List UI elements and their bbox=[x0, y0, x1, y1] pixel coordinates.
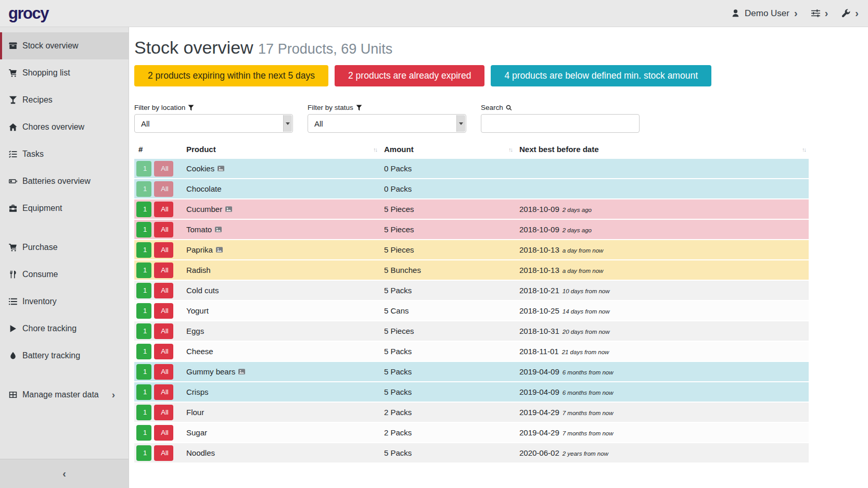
search-input[interactable] bbox=[481, 114, 640, 133]
sort-icon[interactable]: ↑↓ bbox=[373, 146, 377, 153]
table-icon bbox=[8, 391, 18, 399]
column-header-product[interactable]: Product ↑↓ bbox=[182, 141, 380, 159]
consume-all-button[interactable]: All bbox=[154, 405, 173, 420]
consume-one-button[interactable]: 1 bbox=[136, 202, 151, 217]
consume-all-button[interactable]: All bbox=[154, 202, 173, 217]
sidebar-item-chore-tracking[interactable]: Chore tracking bbox=[0, 315, 129, 342]
sort-icon[interactable]: ↑↓ bbox=[802, 146, 806, 153]
app-logo[interactable]: grocy bbox=[8, 4, 48, 23]
consume-one-button[interactable]: 1 bbox=[136, 303, 151, 319]
consume-one-button[interactable]: 1 bbox=[136, 222, 151, 237]
column-header-best-before-text: Next best before date bbox=[519, 145, 599, 154]
relative-time: 6 months from now bbox=[563, 390, 614, 396]
column-header-amount[interactable]: Amount ↑↓ bbox=[380, 141, 515, 159]
sidebar-item-label: Shopping list bbox=[22, 68, 70, 78]
stock-alert-button-2[interactable]: 4 products are below defined min. stock … bbox=[491, 65, 711, 86]
relative-time: 10 days from now bbox=[563, 288, 610, 294]
sidebar-item-stock-overview[interactable]: Stock overview bbox=[0, 32, 129, 59]
consume-all-button[interactable]: All bbox=[154, 181, 173, 197]
sidebar-item-label: Battery tracking bbox=[22, 351, 80, 360]
best-before-cell: 2018-10-2110 days from now bbox=[515, 281, 809, 301]
consume-all-button[interactable]: All bbox=[154, 283, 173, 298]
consume-one-button[interactable]: 1 bbox=[136, 384, 151, 400]
dropdown-arrow-icon bbox=[456, 115, 465, 132]
sidebar-item-manage-master-data[interactable]: Manage master data › bbox=[0, 381, 129, 408]
wrench-icon bbox=[841, 9, 850, 18]
sidebar-item-label: Inventory bbox=[22, 297, 57, 306]
consume-all-button[interactable]: All bbox=[154, 445, 173, 461]
product-name: Radish bbox=[186, 266, 211, 274]
column-header-best-before[interactable]: Next best before date ↑↓ bbox=[515, 141, 809, 159]
consume-all-button[interactable]: All bbox=[154, 242, 173, 258]
consume-one-button[interactable]: 1 bbox=[136, 161, 151, 177]
consume-all-button[interactable]: All bbox=[154, 323, 173, 339]
sidebar-item-purchase[interactable]: Purchase bbox=[0, 234, 129, 261]
product-cell: Crisps bbox=[182, 382, 380, 403]
display-settings-menu[interactable]: › bbox=[811, 9, 828, 18]
status-filter-label: Filter by status bbox=[308, 104, 466, 111]
consume-all-button[interactable]: All bbox=[154, 161, 173, 177]
consume-one-button[interactable]: 1 bbox=[136, 181, 151, 197]
sort-icon[interactable]: ↑↓ bbox=[508, 146, 512, 153]
sidebar-item-battery-tracking[interactable]: Battery tracking bbox=[0, 342, 129, 369]
amount-cell: 5 Packs bbox=[380, 281, 515, 301]
consume-cell: 1 All bbox=[134, 240, 182, 260]
product-cell: Eggs bbox=[182, 321, 380, 342]
consume-all-button[interactable]: All bbox=[154, 425, 173, 441]
consume-all-button[interactable]: All bbox=[154, 344, 173, 359]
user-menu[interactable]: Demo User › bbox=[731, 8, 798, 19]
consume-one-button[interactable]: 1 bbox=[136, 405, 151, 420]
sidebar-item-tasks[interactable]: Tasks bbox=[0, 141, 129, 168]
amount-cell: 5 Cans bbox=[380, 301, 515, 321]
sidebar-collapse-button[interactable]: ‹ bbox=[0, 459, 129, 488]
consume-one-button[interactable]: 1 bbox=[136, 425, 151, 441]
table-row: 1 All Chocolate 0 Packs bbox=[134, 179, 809, 199]
battery-icon bbox=[8, 177, 18, 185]
admin-menu[interactable]: › bbox=[841, 9, 859, 18]
sidebar-item-consume[interactable]: Consume bbox=[0, 261, 129, 288]
product-cell: Flour bbox=[182, 403, 380, 423]
consume-one-button[interactable]: 1 bbox=[136, 323, 151, 339]
sidebar-item-label: Batteries overview bbox=[22, 177, 91, 186]
amount-cell: 5 Pieces bbox=[380, 220, 515, 240]
sidebar-item-recipes[interactable]: Recipes bbox=[0, 86, 129, 114]
image-icon bbox=[225, 206, 232, 212]
consume-all-button[interactable]: All bbox=[154, 364, 173, 380]
sidebar-item-equipment[interactable]: Equipment bbox=[0, 195, 129, 222]
best-before-cell: 2018-10-13a day from now bbox=[515, 260, 809, 281]
consume-one-button[interactable]: 1 bbox=[136, 445, 151, 461]
consume-all-button[interactable]: All bbox=[154, 222, 173, 237]
cart-icon bbox=[8, 243, 18, 252]
sidebar-item-label: Recipes bbox=[22, 95, 53, 105]
consume-all-button[interactable]: All bbox=[154, 262, 173, 278]
consume-one-button[interactable]: 1 bbox=[136, 262, 151, 278]
consume-one-button[interactable]: 1 bbox=[136, 283, 151, 298]
consume-cell: 1 All bbox=[134, 260, 182, 281]
sidebar-item-chores-overview[interactable]: Chores overview bbox=[0, 114, 129, 141]
home-icon bbox=[8, 123, 18, 131]
sidebar-item-inventory[interactable]: Inventory bbox=[0, 288, 129, 315]
best-before-date: 2018-10-21 bbox=[519, 286, 559, 295]
filter-icon bbox=[188, 105, 194, 111]
filter-icon bbox=[356, 105, 362, 111]
amount-cell: 5 Bunches bbox=[380, 260, 515, 281]
sidebar-item-batteries-overview[interactable]: Batteries overview bbox=[0, 168, 129, 195]
amount-cell: 5 Packs bbox=[380, 382, 515, 403]
location-filter-select[interactable]: All bbox=[134, 114, 293, 133]
sidebar-item-shopping-list[interactable]: Shopping list bbox=[0, 59, 129, 86]
stock-alert-button-0[interactable]: 2 products expiring within the next 5 da… bbox=[134, 65, 328, 86]
product-cell: Noodles bbox=[182, 443, 380, 464]
consume-all-button[interactable]: All bbox=[154, 303, 173, 319]
best-before-date: 2018-10-09 bbox=[519, 225, 559, 234]
product-cell: Paprika bbox=[182, 240, 380, 260]
consume-one-button[interactable]: 1 bbox=[136, 344, 151, 359]
relative-time: 20 days from now bbox=[563, 329, 610, 335]
consume-one-button[interactable]: 1 bbox=[136, 242, 151, 258]
consume-one-button[interactable]: 1 bbox=[136, 364, 151, 380]
relative-time: 2 days ago bbox=[563, 227, 592, 233]
consume-all-button[interactable]: All bbox=[154, 384, 173, 400]
tasks-icon bbox=[8, 150, 18, 158]
best-before-date: 2018-11-01 bbox=[519, 347, 559, 356]
stock-alert-button-1[interactable]: 2 products are already expired bbox=[335, 65, 484, 86]
status-filter-select[interactable]: All bbox=[308, 114, 466, 133]
